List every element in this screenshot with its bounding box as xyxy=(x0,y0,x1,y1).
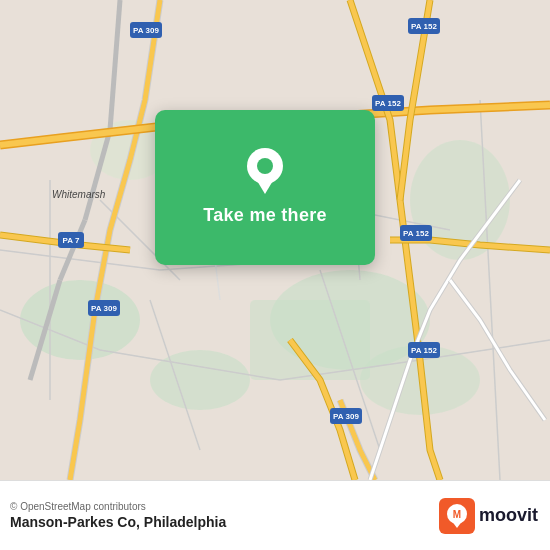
svg-text:M: M xyxy=(453,509,461,520)
map-container: I 276 PA 309 PA 309 PA 309 PA 152 PA 152… xyxy=(0,0,550,480)
svg-text:Whitemarsh: Whitemarsh xyxy=(52,189,106,200)
moovit-brand-label: moovit xyxy=(479,505,538,526)
moovit-icon: M xyxy=(439,498,475,534)
action-card[interactable]: Take me there xyxy=(155,110,375,265)
svg-text:PA 152: PA 152 xyxy=(411,22,437,31)
svg-point-47 xyxy=(257,158,273,174)
svg-text:PA 309: PA 309 xyxy=(91,304,117,313)
svg-text:PA 152: PA 152 xyxy=(403,229,429,238)
location-name: Manson-Parkes Co, Philadelphia xyxy=(10,514,226,530)
svg-text:PA 309: PA 309 xyxy=(333,412,359,421)
svg-text:PA 309: PA 309 xyxy=(133,26,159,35)
svg-point-2 xyxy=(150,350,250,410)
attribution-text: © OpenStreetMap contributors xyxy=(10,501,226,512)
svg-marker-46 xyxy=(253,174,277,194)
info-bar: © OpenStreetMap contributors Manson-Park… xyxy=(0,480,550,550)
info-left: © OpenStreetMap contributors Manson-Park… xyxy=(10,501,226,530)
take-me-there-button[interactable]: Take me there xyxy=(203,205,327,226)
svg-text:PA 152: PA 152 xyxy=(375,99,401,108)
location-pin xyxy=(243,149,287,193)
moovit-logo: M moovit xyxy=(439,498,538,534)
svg-text:PA 7: PA 7 xyxy=(63,236,80,245)
svg-text:PA 152: PA 152 xyxy=(411,346,437,355)
